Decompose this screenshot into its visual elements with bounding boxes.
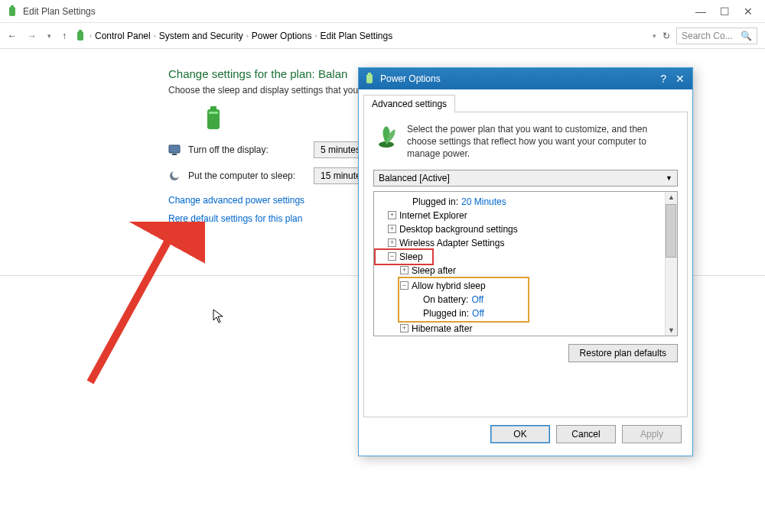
crumb-system-security[interactable]: System and Security xyxy=(159,31,243,41)
dialog-close-button[interactable]: ✕ xyxy=(675,73,685,85)
power-options-icon xyxy=(6,5,18,18)
tree-row-wake-timers[interactable]: +Allow wake timers xyxy=(376,336,675,336)
crumb-power-options[interactable]: Power Options xyxy=(252,31,312,41)
scroll-down-icon[interactable]: ▼ xyxy=(668,326,675,334)
setting-label: Turn off the display: xyxy=(188,144,306,155)
svg-rect-12 xyxy=(368,73,371,75)
dialog-titlebar[interactable]: Power Options ? ✕ xyxy=(359,68,692,89)
chevron-right-icon: › xyxy=(314,32,317,40)
crumb-control-panel[interactable]: Control Panel xyxy=(95,31,151,41)
tree-row-desktop-bg[interactable]: +Desktop background settings xyxy=(376,222,675,236)
expand-icon[interactable]: + xyxy=(388,238,396,247)
svg-rect-1 xyxy=(11,5,14,8)
dropdown-value: Balanced [Active] xyxy=(379,173,450,183)
annotation-arrow xyxy=(67,222,205,390)
search-placeholder: Search Co... xyxy=(682,31,733,41)
setting-label: Put the computer to sleep: xyxy=(188,170,306,181)
breadcrumb-root-icon xyxy=(74,30,86,42)
back-button[interactable]: ← xyxy=(8,31,17,41)
tree-row-ie[interactable]: +Internet Explorer xyxy=(376,209,675,222)
cancel-button[interactable]: Cancel xyxy=(556,425,616,443)
breadcrumb[interactable]: › Control Panel › System and Security › … xyxy=(74,30,645,42)
maximize-button[interactable]: ☐ xyxy=(720,5,730,18)
tab-panel: Select the power plan that you want to c… xyxy=(363,112,688,417)
power-plan-dropdown[interactable]: Balanced [Active] ▼ xyxy=(373,170,678,187)
dialog-description: Select the power plan that you want to c… xyxy=(407,123,678,161)
navbar: ← → ▾ ↑ › Control Panel › System and Sec… xyxy=(0,23,765,49)
breadcrumb-dropdown-icon[interactable]: ▾ xyxy=(653,32,656,40)
svg-rect-8 xyxy=(172,154,177,155)
apply-button[interactable]: Apply xyxy=(622,425,682,443)
tree-row-plugged-in-2[interactable]: Plugged in:Off xyxy=(399,307,529,320)
svg-rect-5 xyxy=(210,106,216,110)
chevron-right-icon: › xyxy=(246,32,249,40)
tree-row-hybrid-sleep[interactable]: −Allow hybrid sleep xyxy=(399,279,529,293)
window-controls: — ☐ ✕ xyxy=(695,5,759,18)
svg-line-14 xyxy=(90,229,174,382)
svg-rect-3 xyxy=(79,30,82,32)
power-options-icon xyxy=(363,73,376,85)
ok-button[interactable]: OK xyxy=(490,425,550,443)
expand-icon[interactable]: + xyxy=(388,211,396,219)
svg-rect-0 xyxy=(9,7,15,16)
svg-point-10 xyxy=(172,170,180,178)
forward-button[interactable]: → xyxy=(28,31,37,41)
power-plant-icon xyxy=(373,123,399,149)
svg-rect-7 xyxy=(169,145,180,153)
crumb-edit-plan[interactable]: Edit Plan Settings xyxy=(320,31,392,41)
chevron-right-icon: › xyxy=(90,32,92,40)
dialog-buttons: OK Cancel Apply xyxy=(363,417,688,451)
main-titlebar: Edit Plan Settings — ☐ ✕ xyxy=(0,0,765,23)
tree-scrollbar[interactable]: ▲ ▼ xyxy=(665,192,677,336)
search-icon: 🔍 xyxy=(741,31,752,41)
window-title: Edit Plan Settings xyxy=(23,6,695,17)
cursor-icon xyxy=(213,309,225,324)
restore-defaults-button[interactable]: Restore plan defaults xyxy=(568,344,678,362)
tree-row-sleep[interactable]: −Sleep xyxy=(376,250,432,264)
restore-defaults-link-prefix: Re xyxy=(168,213,180,224)
svg-rect-6 xyxy=(209,112,218,114)
dialog-title: Power Options xyxy=(380,73,660,84)
up-button[interactable]: ↑ xyxy=(62,31,67,41)
display-icon xyxy=(168,144,181,156)
moon-icon xyxy=(168,170,181,182)
expand-icon[interactable]: + xyxy=(400,324,409,332)
power-options-dialog: Power Options ? ✕ Advanced settings Sele… xyxy=(358,67,693,456)
scroll-thumb[interactable] xyxy=(666,204,676,258)
dialog-help-button[interactable]: ? xyxy=(660,73,666,85)
settings-tree[interactable]: Plugged in: 20 Minutes +Internet Explore… xyxy=(373,191,678,336)
tree-row-plugged-in[interactable]: Plugged in: 20 Minutes xyxy=(376,195,675,209)
tree-row-sleep-after[interactable]: +Sleep after xyxy=(376,264,675,277)
svg-rect-11 xyxy=(366,74,373,83)
refresh-button[interactable]: ↻ xyxy=(662,31,670,41)
collapse-icon[interactable]: − xyxy=(388,252,396,261)
restore-defaults-link[interactable]: re default settings for this plan xyxy=(180,213,302,224)
chevron-down-icon: ▼ xyxy=(666,174,672,182)
tree-row-wireless[interactable]: +Wireless Adapter Settings xyxy=(376,236,675,250)
tree-row-hibernate[interactable]: +Hibernate after xyxy=(376,322,675,336)
expand-icon[interactable]: + xyxy=(400,266,409,274)
collapse-icon[interactable]: − xyxy=(400,281,409,290)
svg-rect-2 xyxy=(77,31,83,41)
tab-advanced-settings[interactable]: Advanced settings xyxy=(363,95,455,112)
close-button[interactable]: ✕ xyxy=(744,5,753,18)
expand-icon[interactable]: + xyxy=(388,225,396,233)
search-input[interactable]: Search Co... 🔍 xyxy=(676,28,757,44)
minimize-button[interactable]: — xyxy=(695,5,706,18)
nav-arrows: ← → ▾ ↑ xyxy=(8,31,67,41)
dialog-body: Advanced settings Select the power plan … xyxy=(359,89,692,456)
chevron-right-icon: › xyxy=(154,32,156,40)
tree-row-on-battery[interactable]: On battery:Off xyxy=(399,293,529,307)
highlight-allow-hybrid: −Allow hybrid sleep On battery:Off Plugg… xyxy=(399,277,529,322)
recent-dropdown-icon[interactable]: ▾ xyxy=(47,32,51,40)
scroll-up-icon[interactable]: ▲ xyxy=(668,193,675,201)
